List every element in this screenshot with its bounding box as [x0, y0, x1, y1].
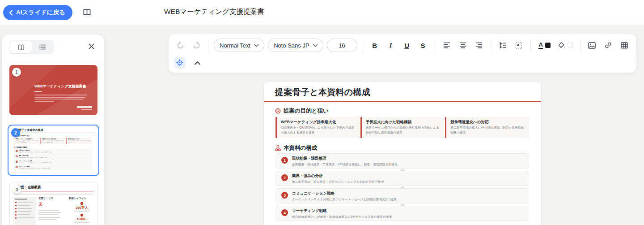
slide-footer: [14, 173, 92, 173]
structure-item[interactable]: 1 現状把握・課題整理企業概要・現行施策・予算構成・KPI現状を確認し、顕在・潜…: [14, 149, 92, 153]
stat: 260万人: [69, 202, 95, 212]
structure-item[interactable]: 2 業界・強みの分析第二新卒市場・競合状況・自社ポジショニングをSWOT分析で整…: [14, 154, 92, 159]
align-left-icon[interactable]: [441, 39, 453, 52]
close-panel-icon[interactable]: [88, 43, 96, 51]
divider: [208, 39, 208, 51]
document-title: WEBマーケティング支援提案書: [164, 7, 264, 17]
title-underline: [10, 133, 96, 133]
structure-items: 1 現状把握・課題整理企業概要・現行施策・予算構成・KPI現状を確認し、顕在・潜…: [275, 153, 529, 221]
list-view-icon[interactable]: [32, 41, 53, 53]
bullseye-icon: [275, 108, 281, 114]
block-style-dropdown[interactable]: Normal Text: [214, 39, 264, 52]
slide-title[interactable]: 提案骨子と本資料の構成: [275, 87, 370, 98]
structure-item[interactable]: 4 マーケティング戦略既存媒体最適化・LP改善・新規媒体導入の3方向からなる総合…: [275, 206, 529, 221]
underline-icon[interactable]: U: [401, 39, 413, 52]
divider: [435, 39, 435, 51]
line-height-icon[interactable]: [496, 39, 509, 52]
slides-panel: WEBマーケティング支援提案書 1 提案骨子と本資料の構成 提案の目的と狙い W…: [2, 34, 104, 225]
font-size-input[interactable]: 16: [327, 39, 357, 52]
structure-items: 1 現状把握・課題整理企業概要・現行施策・予算構成・KPI現状を確認し、顕在・潜…: [14, 149, 92, 170]
item-number-badge: 2: [16, 155, 18, 157]
structure-section-header: 本資料の構成: [14, 146, 27, 148]
slide-2-editor[interactable]: 提案骨子と本資料の構成 提案の目的と狙い WEBマーケティング効率最大化 商談率…: [264, 82, 541, 225]
chevron-down-icon: [254, 44, 258, 47]
font-family-dropdown[interactable]: Noto Sans JP: [268, 39, 323, 52]
purpose-cards: WEBマーケティング効率最大化 商談率向上・CPA適正化により限られた予算内で成…: [14, 138, 92, 144]
purpose-card[interactable]: 競争環境激化への対応 第二新卒市場の拡大に伴う競合増加に対応する差別化戦略の提示: [66, 138, 92, 144]
redo-icon[interactable]: [190, 39, 203, 52]
book-icon[interactable]: [82, 7, 92, 17]
slide-thumbnail-1[interactable]: WEBマーケティング支援提案書 1: [9, 65, 97, 115]
stat-icon: [80, 202, 83, 205]
toolbar-row-1: Normal Text Noto Sans JP 16 B I U S: [174, 36, 631, 55]
item-number-badge: 4: [281, 209, 288, 216]
chevron-left-icon: [8, 10, 13, 16]
slide-canvas: 提案骨子と本資料の構成 提案の目的と狙い WEBマーケティング効率最大化 商談率…: [264, 82, 541, 225]
text-color-swatch: [545, 43, 551, 48]
bullseye-icon: [38, 202, 42, 206]
divider: [580, 39, 580, 51]
bold-icon[interactable]: B: [369, 39, 381, 52]
view-toggle: [9, 40, 54, 54]
sitemap-icon: [275, 145, 281, 151]
slide-number-badge: 2: [11, 128, 20, 137]
undo-icon[interactable]: [174, 39, 186, 52]
italic-icon[interactable]: I: [385, 39, 397, 52]
insert-link-icon[interactable]: [602, 39, 614, 52]
font-family-value: Noto Sans JP: [274, 42, 309, 49]
formatting-toolbar: Normal Text Noto Sans JP 16 B I U S: [168, 34, 637, 73]
slide-2-editor: 提案骨子と本資料の構成 提案の目的と狙い WEBマーケティング効率最大化 商談率…: [10, 127, 96, 174]
purpose-card[interactable]: WEBマーケティング効率最大化 商談率向上・CPA適正化により限られた予算内で成…: [275, 117, 360, 138]
slide-thumbnail-3[interactable]: 前提：企業概要 主要サービス 数値ハイライト 260万人 5,000+: [9, 182, 97, 225]
structure-item[interactable]: 3 コミュニケーション戦略ターゲットインサイト分析に基づくキーメッセージと段階的…: [275, 188, 529, 203]
insert-table-icon[interactable]: [618, 39, 631, 52]
purpose-card[interactable]: WEBマーケティング効率最大化 商談率向上・CPA適正化により限られた予算内で成…: [14, 138, 40, 144]
stat-icon: [80, 214, 83, 216]
highlight-color-swatch: [568, 43, 573, 48]
structure-item[interactable]: 1 現状把握・課題整理企業概要・現行施策・予算構成・KPI現状を確認し、顕在・潜…: [275, 153, 529, 169]
purpose-card[interactable]: 予算拡大に向けた戦略構築 送客サービス依存からの脱却と自社獲得力強化による持続可…: [40, 138, 66, 144]
item-number-badge: 4: [16, 166, 18, 168]
structure-item[interactable]: 3 コミュニケーション戦略ターゲットインサイト分析に基づくキーメッセージと段階的…: [14, 160, 92, 164]
purpose-card[interactable]: 予算拡大に向けた戦略構築 送客サービス依存からの脱却と自社獲得力強化による持続可…: [360, 117, 445, 138]
back-to-ai-slides-button[interactable]: AIスライドに戻る: [3, 5, 72, 20]
structure-heading: 本資料の構成: [284, 144, 317, 152]
thumbnail-1-title: WEBマーケティング支援提案書: [34, 84, 88, 89]
slide-number-badge: 3: [13, 185, 21, 194]
item-number-badge: 1: [16, 150, 18, 152]
top-header: AIスライドに戻る WEBマーケティング支援提案書: [0, 0, 644, 25]
thumbnail-highlights-column: 数値ハイライト 260万人 5,000+ No.1: [69, 197, 95, 225]
slide-thumbnail-2-selected[interactable]: 提案骨子と本資料の構成 提案の目的と狙い WEBマーケティング効率最大化 商談率…: [8, 125, 99, 176]
align-right-icon[interactable]: [473, 39, 485, 52]
toolbar-row-2: [174, 55, 203, 70]
font-size-value: 16: [339, 42, 345, 49]
structure-item[interactable]: 2 業界・強みの分析第二新卒市場・競合状況・自社ポジショニングをSWOT分析で整…: [275, 171, 529, 186]
slides-view-icon[interactable]: [10, 41, 32, 53]
item-number-badge: 2: [281, 174, 288, 181]
padding-box-icon[interactable]: [513, 39, 525, 52]
divider: [491, 39, 491, 51]
text-color-icon[interactable]: A: [536, 39, 553, 52]
block-style-value: Normal Text: [220, 42, 250, 49]
stat: 5,000+: [69, 214, 95, 223]
highlight-color-icon[interactable]: [557, 39, 575, 52]
thumbnail-logo-placeholder: [77, 106, 92, 110]
collapse-toolbar-icon[interactable]: [192, 57, 203, 68]
title-underline: [264, 101, 541, 102]
strikethrough-icon[interactable]: S: [417, 39, 429, 52]
purpose-cards: WEBマーケティング効率最大化 商談率向上・CPA適正化により限られた予算内で成…: [275, 117, 529, 138]
locate-icon[interactable]: [174, 57, 186, 69]
insert-image-icon[interactable]: [586, 39, 598, 52]
purpose-card[interactable]: 競争環境激化への対応 第二新卒市場の拡大に伴う競合増加に対応する差別化戦略の提示: [445, 117, 529, 138]
align-center-icon[interactable]: [457, 39, 469, 52]
item-number-badge: 1: [281, 157, 288, 164]
sitemap-icon: [14, 146, 16, 148]
chevron-down-icon: [313, 44, 318, 47]
structure-heading: 本資料の構成: [17, 146, 27, 148]
structure-item[interactable]: 4 マーケティング戦略既存媒体最適化・LP改善・新規媒体導入の3方向からなる総合…: [14, 165, 92, 169]
thumbnail-text-placeholder: [14, 194, 93, 195]
purpose-section-header: 提案の目的と狙い: [275, 107, 329, 115]
thumbnail-text-placeholder: [34, 95, 88, 102]
thumbnail-services-column: 主要サービス: [38, 197, 65, 221]
item-number-badge: 3: [16, 160, 18, 163]
